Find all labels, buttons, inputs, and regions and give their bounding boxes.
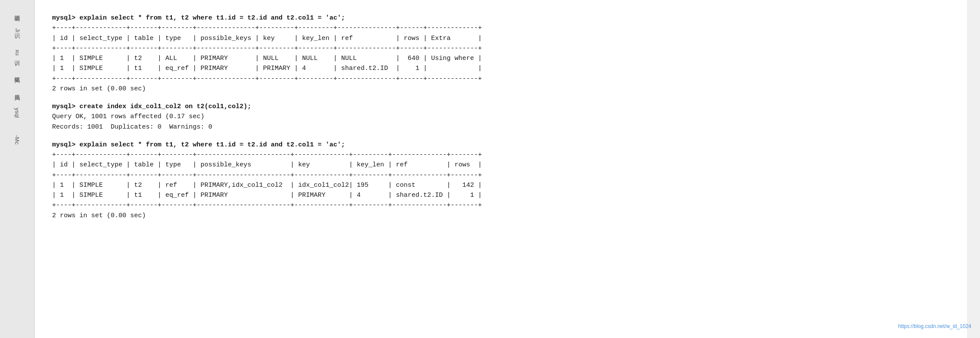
separator-3c: +----+-------------+-------+--------+---… bbox=[52, 200, 950, 210]
query-ok-line: Query OK, 1001 rows affected (0.17 sec) bbox=[52, 112, 950, 122]
sidebar-item-7[interactable]: -Mc bbox=[12, 133, 23, 147]
sidebar-item-5[interactable]: 揭员 bbox=[11, 88, 23, 93]
footer-1: 2 rows in set (0.00 sec) bbox=[52, 84, 950, 94]
separator-1c: +----+-------------+-------+--------+---… bbox=[52, 74, 950, 84]
command-1: mysql> explain select * from t1, t2 wher… bbox=[52, 13, 950, 23]
sidebar: 能源 识Ji xu训 揭驱 揭员 ysql -Mc bbox=[0, 0, 35, 338]
sidebar-item-1[interactable]: 能源 bbox=[11, 9, 23, 13]
separator-1a: +----+-------------+-------+--------+---… bbox=[52, 23, 950, 33]
command-2: mysql> explain select * from t1, t2 wher… bbox=[52, 140, 950, 150]
header-3: | id | select_type | table | type | poss… bbox=[52, 160, 950, 170]
footer-3: 2 rows in set (0.00 sec) bbox=[52, 211, 950, 221]
sidebar-item-6[interactable]: ysql bbox=[12, 106, 23, 120]
watermark: https://blog.csdn.net/w_id_1024 bbox=[898, 323, 971, 329]
sidebar-item-4[interactable]: 揭驱 bbox=[11, 71, 23, 75]
row-3-2: | 1 | SIMPLE | t1 | eq_ref | PRIMARY | P… bbox=[52, 190, 950, 200]
row-3-1: | 1 | SIMPLE | t2 | ref | PRIMARY,idx_co… bbox=[52, 180, 950, 190]
separator-3b: +----+-------------+-------+--------+---… bbox=[52, 170, 950, 180]
right-sidebar bbox=[967, 0, 980, 338]
row-1-1: | 1 | SIMPLE | t2 | ALL | PRIMARY | NULL… bbox=[52, 53, 950, 63]
main-content: mysql> explain select * from t1, t2 wher… bbox=[35, 0, 967, 338]
terminal-block-3: mysql> explain select * from t1, t2 wher… bbox=[52, 140, 950, 221]
terminal-block-1: mysql> explain select * from t1, t2 wher… bbox=[52, 13, 950, 94]
sidebar-item-2[interactable]: 识Ji bbox=[11, 26, 23, 34]
row-1-2: | 1 | SIMPLE | t1 | eq_ref | PRIMARY | P… bbox=[52, 63, 950, 73]
terminal-block-2: mysql> create index idx_col1_col2 on t2(… bbox=[52, 102, 950, 132]
records-line: Records: 1001 Duplicates: 0 Warnings: 0 bbox=[52, 122, 950, 132]
separator-3a: +----+-------------+-------+--------+---… bbox=[52, 150, 950, 160]
create-index-cmd: mysql> create index idx_col1_col2 on t2(… bbox=[52, 102, 950, 112]
header-1: | id | select_type | table | type | poss… bbox=[52, 33, 950, 43]
sidebar-item-3[interactable]: xu训 bbox=[11, 47, 23, 58]
separator-1b: +----+-------------+-------+--------+---… bbox=[52, 43, 950, 53]
